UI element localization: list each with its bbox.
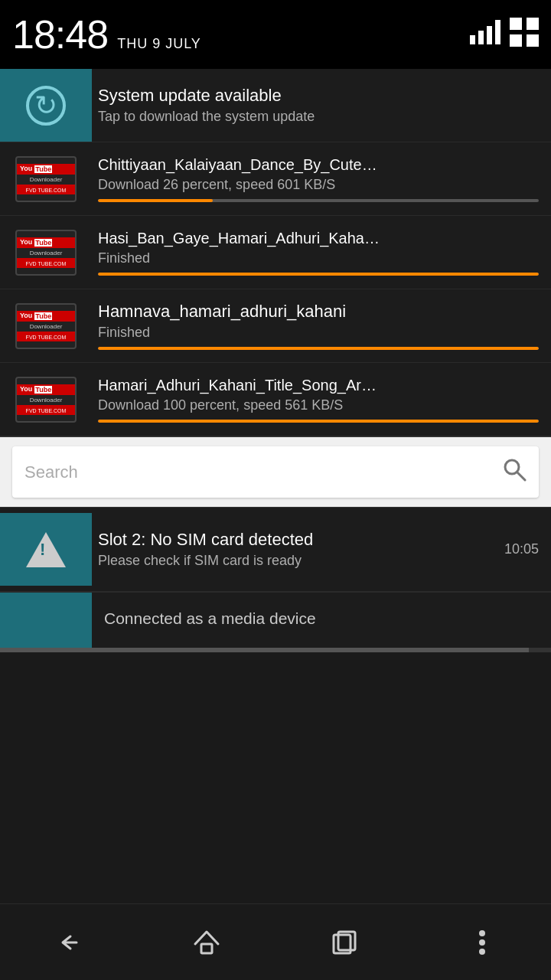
partial-notification[interactable]: Connected as a media device (0, 592, 551, 648)
warning-triangle (26, 532, 66, 567)
system-update-notification[interactable]: System update available Tap to download … (0, 69, 551, 142)
refresh-icon (26, 86, 66, 126)
progress-bar-4 (98, 420, 539, 423)
download-content-3: Hamnava_hamari_adhuri_kahani Finished (92, 291, 551, 361)
progress-bar-1 (98, 199, 539, 202)
system-update-icon-wrap (0, 69, 92, 142)
download-title-3: Hamnava_hamari_adhuri_kahani (98, 302, 539, 322)
yt-icon-1: YouTube Downloader FVD TUBE.COM (15, 156, 77, 202)
status-bar: 18:48 THU 9 JULY (0, 0, 551, 69)
svg-rect-10 (201, 944, 212, 953)
sim-time: 10:05 (504, 541, 551, 557)
svg-rect-2 (487, 26, 492, 44)
system-update-subtitle: Tap to download the system update (98, 109, 539, 125)
download-notification-3[interactable]: YouTube Downloader FVD TUBE.COM Hamnava_… (0, 289, 551, 363)
download-subtitle-3: Finished (98, 325, 539, 341)
svg-rect-1 (478, 31, 484, 44)
download-title-1: Chittiyaan_Kalaiyaan_Dance_By_Cute… (98, 156, 539, 174)
download-title-4: Hamari_Adhuri_Kahani_Title_Song_Ar… (98, 377, 539, 394)
svg-rect-4 (510, 18, 522, 30)
progress-fill-2 (98, 273, 539, 276)
svg-rect-5 (527, 18, 539, 30)
progress-fill-1 (98, 199, 213, 202)
svg-rect-6 (510, 34, 522, 47)
svg-point-14 (479, 939, 485, 946)
download-content-4: Hamari_Adhuri_Kahani_Title_Song_Ar… Down… (92, 366, 551, 433)
sim-title: Slot 2: No SIM card detected (98, 530, 492, 550)
system-update-content: System update available Tap to download … (92, 75, 551, 136)
yt-icon-wrap-3: YouTube Downloader FVD TUBE.COM (0, 289, 92, 362)
search-box[interactable]: Search (12, 446, 539, 498)
svg-rect-0 (470, 35, 475, 44)
search-container: Search (0, 436, 551, 508)
status-icons (470, 18, 539, 51)
grid-icon (510, 18, 539, 51)
search-placeholder: Search (24, 462, 502, 482)
yt-icon-4: YouTube Downloader FVD TUBE.COM (15, 377, 77, 423)
system-update-title: System update available (98, 86, 539, 106)
svg-rect-7 (527, 34, 539, 47)
download-notification-4[interactable]: YouTube Downloader FVD TUBE.COM Hamari_A… (0, 363, 551, 436)
yt-icon-2: YouTube Downloader FVD TUBE.COM (15, 230, 77, 276)
download-title-2: Hasi_Ban_Gaye_Hamari_Adhuri_Kaha… (98, 230, 539, 247)
svg-point-13 (479, 930, 485, 936)
bottom-notifications: Slot 2: No SIM card detected Please chec… (0, 508, 551, 652)
yt-icon-wrap-4: YouTube Downloader FVD TUBE.COM (0, 363, 92, 436)
progress-bar-2 (98, 273, 539, 276)
sim-icon-wrap (0, 513, 92, 586)
progress-fill-3 (98, 347, 539, 350)
sim-notification[interactable]: Slot 2: No SIM card detected Please chec… (0, 508, 551, 592)
download-subtitle-2: Finished (98, 250, 539, 266)
yt-icon-wrap-2: YouTube Downloader FVD TUBE.COM (0, 216, 92, 289)
warning-icon (26, 530, 66, 570)
progress-fill-4 (98, 420, 539, 423)
recents-button[interactable] (314, 912, 375, 973)
download-content-1: Chittiyaan_Kalaiyaan_Dance_By_Cute… Down… (92, 145, 551, 213)
download-subtitle-1: Download 26 percent, speed 601 KB/S (98, 177, 539, 193)
status-date: THU 9 JULY (117, 36, 201, 52)
svg-line-9 (517, 472, 525, 480)
search-icon (502, 457, 527, 487)
notification-panel: System update available Tap to download … (0, 69, 551, 436)
back-button[interactable] (38, 912, 99, 973)
signal-icon (470, 20, 500, 49)
progress-bar-3 (98, 347, 539, 350)
yt-icon-wrap-1: YouTube Downloader FVD TUBE.COM (0, 142, 92, 215)
download-subtitle-4: Download 100 percent, speed 561 KB/S (98, 397, 539, 413)
partial-title: Connected as a media device (104, 609, 316, 628)
sim-content: Slot 2: No SIM card detected Please chec… (92, 519, 504, 580)
home-button[interactable] (176, 912, 237, 973)
download-content-2: Hasi_Ban_Gaye_Hamari_Adhuri_Kaha… Finish… (92, 219, 551, 286)
download-notification-2[interactable]: YouTube Downloader FVD TUBE.COM Hasi_Ban… (0, 216, 551, 289)
download-notification-1[interactable]: YouTube Downloader FVD TUBE.COM Chittiya… (0, 142, 551, 216)
yt-icon-3: YouTube Downloader FVD TUBE.COM (15, 303, 77, 349)
status-time: 18:48 (12, 11, 108, 57)
svg-point-15 (479, 949, 485, 955)
sim-subtitle: Please check if SIM card is ready (98, 553, 492, 569)
svg-rect-3 (495, 20, 500, 44)
status-left: 18:48 THU 9 JULY (12, 11, 201, 57)
nav-bar (0, 903, 551, 980)
menu-button[interactable] (452, 912, 513, 973)
